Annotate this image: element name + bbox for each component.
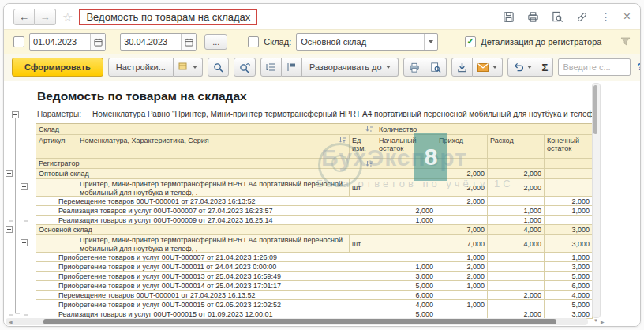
- registrator-value-cell[interactable]: 6,000: [376, 291, 436, 300]
- group-value-cell[interactable]: 2,000: [488, 169, 545, 179]
- registrator-value-cell[interactable]: 2,000: [545, 197, 593, 206]
- registrator-value-cell[interactable]: [436, 291, 488, 300]
- registrator-value-cell[interactable]: 1,000: [376, 262, 436, 272]
- help-button[interactable]: ?: [635, 62, 641, 73]
- registrator-value-cell[interactable]: 2,000: [436, 197, 488, 206]
- registrator-value-cell[interactable]: [436, 216, 488, 225]
- collapse-report-button[interactable]: [12, 111, 19, 118]
- scroll-down-icon[interactable]: ▼: [593, 318, 598, 323]
- registrator-value-cell[interactable]: 1,000: [488, 216, 545, 225]
- registrator-value-cell[interactable]: [488, 272, 545, 281]
- registrator-value-cell[interactable]: 1,000: [436, 253, 488, 262]
- search-next-button[interactable]: [234, 58, 256, 77]
- registrator-row-label[interactable]: Приобретение товаров и услуг 00UT-000015…: [36, 300, 376, 309]
- group-value-cell[interactable]: 7,000: [436, 225, 488, 235]
- group-value-cell[interactable]: 3,000: [545, 225, 593, 235]
- registrator-value-cell[interactable]: 5,000: [545, 272, 593, 281]
- registrator-value-cell[interactable]: 2,000: [376, 206, 436, 216]
- item-value-cell[interactable]: 4,000: [488, 235, 545, 253]
- scroll-right-icon[interactable]: ▶: [601, 319, 605, 324]
- save-icon[interactable]: [503, 10, 515, 23]
- registrator-value-cell[interactable]: 1,000: [545, 253, 593, 262]
- generate-button[interactable]: Сформировать: [12, 58, 103, 77]
- registrator-value-cell[interactable]: [436, 206, 488, 216]
- settings-button[interactable]: Настройки...: [108, 58, 174, 77]
- print-icon[interactable]: [527, 10, 540, 23]
- print-preview-icon[interactable]: [552, 10, 564, 23]
- sum-button[interactable]: Σ: [537, 58, 554, 77]
- link-icon[interactable]: [576, 10, 589, 23]
- registrator-row-label[interactable]: Реализация товаров и услуг 00UT-000007 о…: [36, 206, 376, 216]
- collapse-groups-button[interactable]: [260, 58, 282, 77]
- report-variants-button[interactable]: [174, 58, 203, 77]
- date-to-input[interactable]: [121, 37, 181, 47]
- chevron-down-icon[interactable]: [424, 34, 437, 50]
- calendar-icon[interactable]: [181, 34, 196, 50]
- registrator-value-cell[interactable]: [376, 197, 436, 206]
- collapse-group-osnovnoy-button[interactable]: [6, 226, 13, 233]
- registrator-value-cell[interactable]: 1,000: [436, 300, 488, 309]
- item-article-cell[interactable]: [36, 235, 77, 253]
- registrator-value-cell[interactable]: 5,000: [376, 281, 436, 291]
- registrator-value-cell[interactable]: [488, 253, 545, 262]
- registrator-value-cell[interactable]: [545, 216, 593, 225]
- registrator-value-cell[interactable]: [488, 300, 545, 309]
- calendar-icon[interactable]: [90, 34, 105, 50]
- registrator-value-cell[interactable]: 1,000: [436, 281, 488, 291]
- group-value-cell[interactable]: [376, 225, 436, 235]
- history-button[interactable]: [507, 58, 537, 77]
- search-button[interactable]: [208, 58, 229, 77]
- period-more-button[interactable]: ...: [204, 34, 227, 50]
- registrator-value-cell[interactable]: 5,000: [545, 300, 593, 309]
- preview-button[interactable]: [425, 58, 447, 77]
- registrator-row-label[interactable]: Приобретение товаров и услуг 00UT-000014…: [36, 281, 376, 291]
- item-unit-cell[interactable]: шт: [350, 235, 376, 253]
- more-menu-icon[interactable]: ⋮: [601, 11, 612, 22]
- registrator-row-label[interactable]: Приобретение товаров и услуг 00UT-000007…: [36, 253, 376, 262]
- registrator-value-cell[interactable]: 4,000: [376, 300, 436, 309]
- item-value-cell[interactable]: 2,000: [436, 179, 488, 197]
- group-value-cell[interactable]: [545, 169, 593, 179]
- warehouse-input[interactable]: [297, 37, 424, 47]
- registrator-value-cell[interactable]: 2,000: [488, 291, 545, 300]
- registrator-value-cell[interactable]: 2,000: [436, 262, 488, 272]
- warehouse-checkbox[interactable]: [248, 36, 259, 47]
- registrator-row-label[interactable]: Реализация товаров и услуг 00UT-000009 о…: [36, 216, 376, 225]
- vertical-scrollbar-thumb[interactable]: [593, 85, 597, 134]
- registrator-row-label[interactable]: Приобретение товаров и услуг 00UT-000011…: [36, 262, 376, 272]
- item-article-cell[interactable]: [36, 179, 77, 197]
- registrator-value-cell[interactable]: [488, 281, 545, 291]
- item-name-cell[interactable]: Принтер, Мини-принтер термотрансферный H…: [77, 235, 350, 253]
- expand-groups-button[interactable]: [282, 58, 302, 77]
- back-button[interactable]: ←: [13, 9, 35, 25]
- item-value-cell[interactable]: [545, 179, 593, 197]
- collapse-item-optovy-button[interactable]: [21, 183, 28, 190]
- header-warehouse[interactable]: Склад: [36, 124, 376, 135]
- group-row-label[interactable]: Основной склад: [36, 225, 376, 235]
- group-row-label[interactable]: Оптовый склад: [36, 169, 376, 179]
- registrator-value-cell[interactable]: [488, 197, 545, 206]
- registrator-value-cell[interactable]: 1,000: [376, 216, 436, 225]
- item-value-cell[interactable]: 3,000: [545, 235, 593, 253]
- group-value-cell[interactable]: [376, 169, 436, 179]
- group-value-cell[interactable]: 2,000: [436, 169, 488, 179]
- header-nomenclature[interactable]: Номенклатура, Характеристика, Серия: [77, 135, 350, 159]
- item-value-cell[interactable]: 2,000: [488, 179, 545, 197]
- date-from-input[interactable]: [30, 37, 90, 47]
- registrator-row-label[interactable]: Перемещение товаров 00UT-000001 от 27.04…: [36, 197, 376, 206]
- horizontal-scrollbar[interactable]: [6, 318, 588, 325]
- item-unit-cell[interactable]: шт: [350, 179, 376, 197]
- close-icon[interactable]: ×: [623, 10, 631, 23]
- send-email-button[interactable]: [473, 58, 503, 77]
- vertical-scrollbar[interactable]: [592, 83, 601, 318]
- expand-to-button[interactable]: Разворачивать до: [302, 58, 399, 77]
- favorite-star-icon[interactable]: ☆: [62, 11, 73, 23]
- detail-checkbox[interactable]: [465, 36, 476, 47]
- item-value-cell[interactable]: [376, 235, 436, 253]
- forward-button[interactable]: →: [35, 9, 56, 25]
- collapse-item-osnovnoy-button[interactable]: [21, 239, 28, 246]
- filter-funnel-icon[interactable]: [620, 37, 631, 47]
- item-name-cell[interactable]: Принтер, Мини-принтер термотрансферный H…: [77, 179, 350, 197]
- registrator-value-cell[interactable]: 2,000: [436, 272, 488, 281]
- save-file-button[interactable]: [451, 58, 473, 77]
